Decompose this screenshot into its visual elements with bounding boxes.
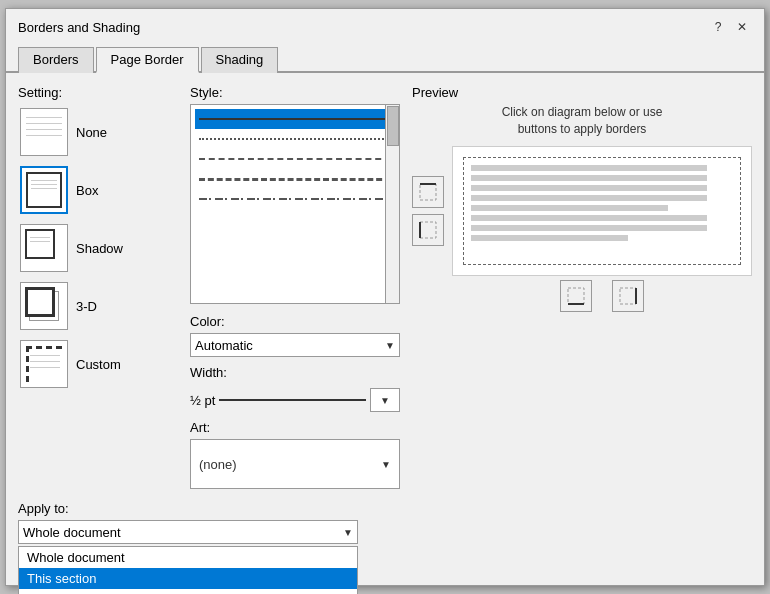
style-dotted[interactable] xyxy=(195,129,395,149)
color-label: Color: xyxy=(190,314,400,329)
preview-bottom-row xyxy=(412,280,752,312)
style-dashed[interactable] xyxy=(195,149,395,169)
setting-box[interactable]: Box xyxy=(18,164,178,216)
threed-icon xyxy=(20,282,68,330)
apply-to-dropdown[interactable]: Whole document ▼ xyxy=(18,520,358,544)
apply-whole-doc[interactable]: Whole document xyxy=(19,547,357,568)
apply-to-arrow: ▼ xyxy=(343,527,353,538)
shadow-label: Shadow xyxy=(76,241,123,256)
help-button[interactable]: ? xyxy=(708,17,728,37)
art-dropdown[interactable]: (none) ▼ xyxy=(190,439,400,489)
setting-none[interactable]: None xyxy=(18,106,178,158)
none-icon xyxy=(20,108,68,156)
color-value: Automatic xyxy=(195,338,253,353)
tab-borders[interactable]: Borders xyxy=(18,47,94,73)
style-label: Style: xyxy=(190,85,400,100)
preview-bottom-border-btn[interactable] xyxy=(560,280,592,312)
art-dropdown-arrow: ▼ xyxy=(381,459,391,470)
apply-to-value: Whole document xyxy=(23,525,121,540)
style-solid[interactable] xyxy=(195,109,395,129)
custom-label: Custom xyxy=(76,357,121,372)
svg-rect-6 xyxy=(620,288,636,304)
preview-left-border-btn[interactable] xyxy=(412,214,444,246)
title-buttons: ? ✕ xyxy=(708,17,752,37)
tab-page-border[interactable]: Page Border xyxy=(96,47,199,73)
width-dropdown[interactable]: ▼ xyxy=(370,388,400,412)
apply-to-menu: Whole document This section This section… xyxy=(18,546,358,594)
apply-this-section[interactable]: This section xyxy=(19,568,357,589)
dialog-title: Borders and Shading xyxy=(18,20,140,35)
art-value: (none) xyxy=(199,457,237,472)
custom-icon xyxy=(20,340,68,388)
border-left-icon xyxy=(418,220,438,240)
close-button[interactable]: ✕ xyxy=(732,17,752,37)
preview-content xyxy=(471,165,733,245)
setting-panel: Setting: None xyxy=(18,85,178,489)
color-dropdown[interactable]: Automatic ▼ xyxy=(190,333,400,357)
style-scrollbar[interactable] xyxy=(385,105,399,303)
preview-instruction: Click on diagram below or usebuttons to … xyxy=(412,104,752,138)
color-dropdown-arrow: ▼ xyxy=(385,340,395,351)
width-label: Width: xyxy=(190,365,400,380)
none-label: None xyxy=(76,125,107,140)
style-panel: Style: xyxy=(190,85,400,489)
threed-label: 3-D xyxy=(76,299,97,314)
preview-panel: Preview Click on diagram below or usebut… xyxy=(412,85,752,489)
art-label: Art: xyxy=(190,420,400,435)
border-right-icon xyxy=(618,286,638,306)
setting-3d[interactable]: 3-D xyxy=(18,280,178,332)
preview-canvas[interactable] xyxy=(452,146,752,276)
setting-label: Setting: xyxy=(18,85,178,100)
shadow-icon xyxy=(20,224,68,272)
svg-rect-4 xyxy=(568,288,584,304)
title-bar: Borders and Shading ? ✕ xyxy=(6,9,764,41)
width-line xyxy=(219,399,366,401)
border-top-icon xyxy=(418,182,438,202)
tabs-bar: Borders Page Border Shading xyxy=(6,41,764,73)
main-content: Setting: None xyxy=(6,73,764,501)
apply-first-page[interactable]: This section - First page only xyxy=(19,589,357,594)
width-row: ½ pt ▼ xyxy=(190,388,400,412)
borders-and-shading-dialog: Borders and Shading ? ✕ Borders Page Bor… xyxy=(5,8,765,586)
preview-top-border-btn[interactable] xyxy=(412,176,444,208)
setting-custom[interactable]: Custom xyxy=(18,338,178,390)
width-dropdown-arrow: ▼ xyxy=(380,395,390,406)
svg-rect-0 xyxy=(420,184,436,200)
box-label: Box xyxy=(76,183,98,198)
apply-to-section: Apply to: Whole document ▼ Whole documen… xyxy=(6,501,764,594)
box-icon xyxy=(20,166,68,214)
preview-top-row xyxy=(412,146,752,276)
border-bottom-icon xyxy=(566,286,586,306)
setting-shadow[interactable]: Shadow xyxy=(18,222,178,274)
style-listbox[interactable] xyxy=(190,104,400,304)
style-dotdash[interactable] xyxy=(195,189,395,209)
preview-area xyxy=(412,146,752,312)
style-dashed2[interactable] xyxy=(195,169,395,189)
apply-to-label: Apply to: xyxy=(18,501,752,516)
preview-label: Preview xyxy=(412,85,752,100)
width-value: ½ pt xyxy=(190,393,215,408)
svg-rect-2 xyxy=(420,222,436,238)
tab-shading[interactable]: Shading xyxy=(201,47,279,73)
preview-right-border-btn[interactable] xyxy=(612,280,644,312)
